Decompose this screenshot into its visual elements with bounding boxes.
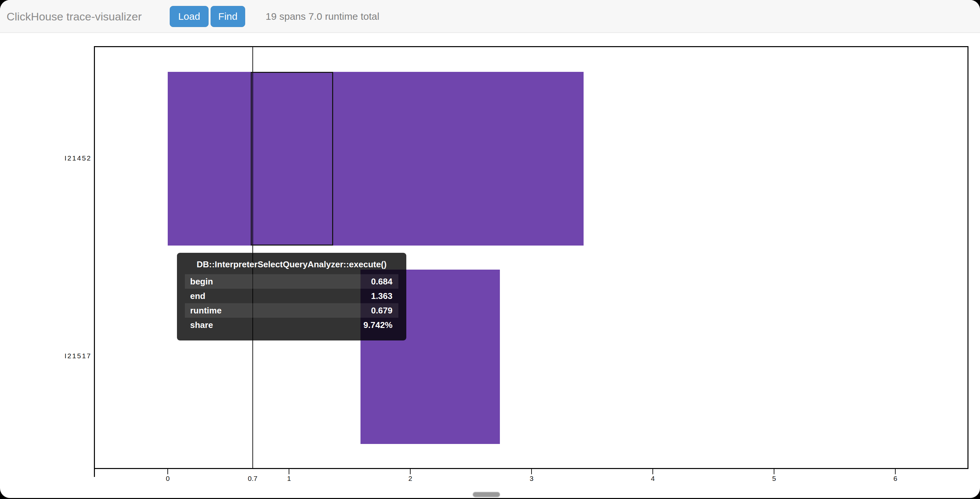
tooltip-label: end <box>185 289 371 303</box>
tooltip-value: 0.679 <box>371 303 398 318</box>
tooltip-value: 1.363 <box>371 289 398 303</box>
x-axis-tick-label: 0 <box>154 475 181 483</box>
x-axis-tick <box>410 469 410 474</box>
header: ClickHouse trace-visualizer Load Find 19… <box>0 0 980 33</box>
y-axis-label-thread-2: I21517 <box>19 352 92 360</box>
x-axis-tick <box>652 469 653 474</box>
x-axis-tick-label: 4 <box>640 475 666 483</box>
x-axis-tick <box>167 469 168 474</box>
status-text: 19 spans 7.0 runtime total <box>266 0 379 33</box>
tooltip: DB::InterpreterSelectQueryAnalyzer::exec… <box>177 253 406 340</box>
x-axis-tick-label: 1 <box>276 475 302 483</box>
x-axis-tick <box>895 469 896 474</box>
app-window: ClickHouse trace-visualizer Load Find 19… <box>0 0 980 498</box>
x-axis-tick <box>774 469 775 474</box>
tooltip-value: 0.684 <box>371 274 398 289</box>
span-bar[interactable] <box>168 72 584 246</box>
horizontal-scrollbar-thumb[interactable] <box>473 492 500 497</box>
x-axis-tick <box>531 469 532 474</box>
page-title: ClickHouse trace-visualizer <box>6 0 142 33</box>
x-axis-tick-label: 5 <box>761 475 787 483</box>
tooltip-span-name: DB::InterpreterSelectQueryAnalyzer::exec… <box>177 253 406 274</box>
tooltip-row-share: share 9.742% <box>185 318 398 332</box>
x-axis-tick-label: 2 <box>397 475 423 483</box>
y-axis-line <box>94 469 95 477</box>
tooltip-value: 9.742% <box>363 318 398 332</box>
x-axis-tick-label: 6 <box>882 475 908 483</box>
tooltip-table: begin 0.684 end 1.363 runtime 0.679 shar… <box>185 274 398 332</box>
find-button[interactable]: Find <box>210 6 245 27</box>
y-axis-label-thread-1: I21452 <box>19 154 92 162</box>
x-axis-marker-label: 0.7 <box>240 475 266 483</box>
tooltip-row-begin: begin 0.684 <box>185 274 398 289</box>
x-axis-tick <box>289 469 290 474</box>
load-button[interactable]: Load <box>170 6 208 27</box>
tooltip-row-runtime: runtime 0.679 <box>185 303 398 318</box>
gantt-chart: I21452 I21517 01234560.7 DB::Interpreter… <box>0 33 980 498</box>
tooltip-label: share <box>185 318 363 332</box>
x-axis-tick-label: 3 <box>518 475 545 483</box>
tooltip-label: begin <box>185 274 371 289</box>
tooltip-label: runtime <box>185 303 371 318</box>
tooltip-row-end: end 1.363 <box>185 289 398 303</box>
